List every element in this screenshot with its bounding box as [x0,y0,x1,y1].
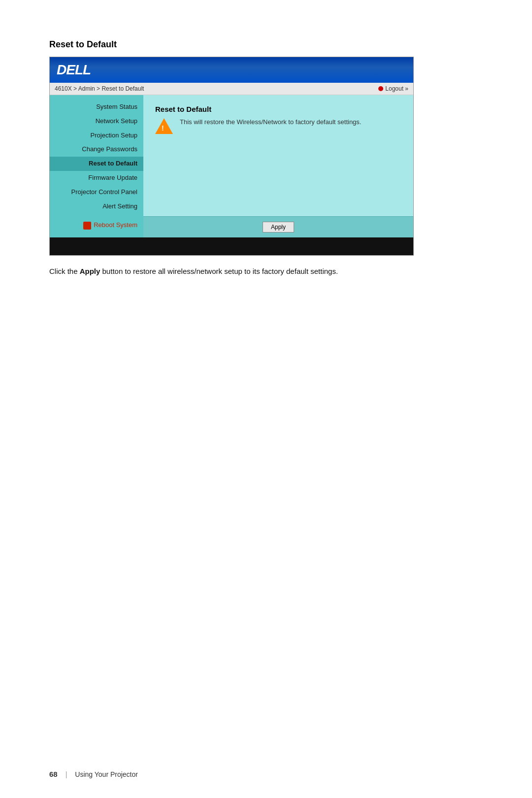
sidebar: System Status Network Setup Projection S… [50,95,143,237]
content-title: Reset to Default [155,105,401,113]
page-heading: Reset to Default [49,39,483,50]
dell-logo: DELL [57,62,91,78]
apply-button[interactable]: Apply [263,222,294,233]
logout-button[interactable]: Logout » [378,85,408,92]
content-inner: Reset to Default This will restore the W… [143,95,413,216]
page-footer: 68 | Using Your Projector [49,770,483,778]
sidebar-item-change-passwords[interactable]: Change Passwords [50,142,143,157]
sidebar-item-system-status[interactable]: System Status [50,100,143,114]
sidebar-item-projection-setup[interactable]: Projection Setup [50,129,143,143]
footer-bar [50,237,413,255]
sidebar-item-network-setup[interactable]: Network Setup [50,114,143,129]
warning-row: This will restore the Wireless/Network t… [155,117,401,135]
sidebar-item-projector-control-panel[interactable]: Projector Control Panel [50,185,143,200]
warning-text: This will restore the Wireless/Network t… [180,117,361,127]
reboot-icon [83,222,91,230]
breadcrumb: 4610X > Admin > Reset to Default [55,85,144,92]
description-text: Click the Apply button to restore all wi… [49,266,414,277]
description-suffix: button to restore all wireless/network s… [100,267,338,275]
browser-frame: DELL 4610X > Admin > Reset to Default Lo… [49,57,414,256]
breadcrumb-bar: 4610X > Admin > Reset to Default Logout … [50,83,413,95]
sidebar-item-alert-setting[interactable]: Alert Setting [50,200,143,214]
sidebar-item-reboot-system[interactable]: Reboot System [50,218,143,233]
reboot-label: Reboot System [94,220,137,231]
dell-header: DELL [50,57,413,83]
main-content: System Status Network Setup Projection S… [50,95,413,237]
footer-label: Using Your Projector [75,770,138,778]
warning-triangle-icon [155,118,173,134]
content-panel: Reset to Default This will restore the W… [143,95,413,237]
sidebar-item-firmware-update[interactable]: Firmware Update [50,171,143,185]
footer-divider: | [66,770,67,778]
page-number: 68 [49,770,58,778]
warning-icon [155,117,173,135]
logout-label: Logout » [385,85,408,92]
sidebar-item-reset-to-default[interactable]: Reset to Default [50,157,143,171]
description-bold: Apply [80,267,100,275]
logout-dot-icon [378,86,383,91]
apply-area: Apply [143,216,413,237]
description-prefix: Click the [49,267,80,275]
